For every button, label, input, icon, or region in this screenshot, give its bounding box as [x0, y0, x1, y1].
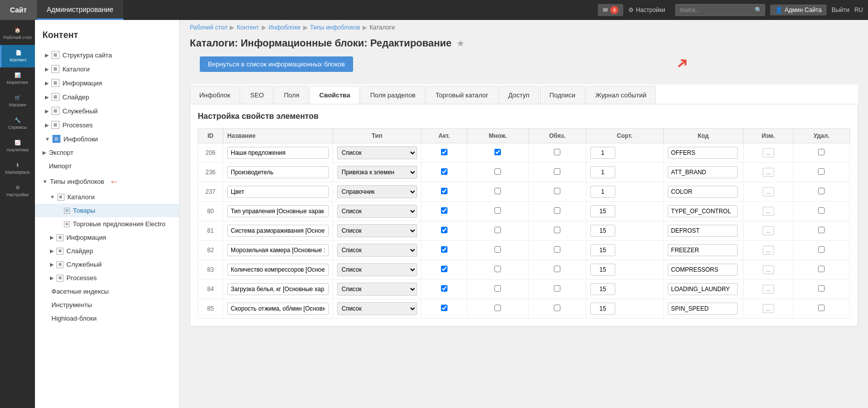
- cell-type[interactable]: Справочник: [333, 182, 422, 202]
- name-input[interactable]: [227, 205, 329, 217]
- edit-button[interactable]: ...: [763, 304, 774, 313]
- act-checkbox[interactable]: [441, 168, 447, 175]
- cell-sort[interactable]: [586, 280, 663, 299]
- cell-edit[interactable]: ...: [743, 260, 793, 280]
- act-checkbox[interactable]: [441, 246, 447, 253]
- tab-access[interactable]: Доступ: [499, 86, 539, 104]
- code-input[interactable]: [668, 147, 738, 159]
- act-checkbox[interactable]: [441, 227, 447, 233]
- nav-infoblock-types[interactable]: ▼ Типы инфоблоков ←: [35, 173, 179, 190]
- tab-properties[interactable]: Свойства: [310, 86, 360, 104]
- cell-code[interactable]: [663, 241, 743, 260]
- sidebar-item-services[interactable]: 🔧 Сервисы: [0, 112, 35, 135]
- cell-act[interactable]: [422, 182, 467, 202]
- cell-act[interactable]: [422, 280, 467, 299]
- nav-service-sub[interactable]: ▶ ⊞ Служебный: [35, 258, 179, 271]
- del-checkbox[interactable]: [818, 188, 825, 194]
- req-checkbox[interactable]: [554, 227, 560, 233]
- del-checkbox[interactable]: [818, 168, 825, 175]
- cell-sort[interactable]: [586, 143, 663, 163]
- cell-name[interactable]: [223, 163, 333, 182]
- req-checkbox[interactable]: [554, 285, 560, 292]
- code-input[interactable]: [668, 264, 738, 276]
- cell-name[interactable]: [223, 182, 333, 202]
- tab-infoblok[interactable]: Инфоблок: [190, 86, 240, 104]
- cell-act[interactable]: [422, 143, 467, 163]
- cell-req[interactable]: [528, 163, 586, 182]
- cell-req[interactable]: [528, 260, 586, 280]
- cell-code[interactable]: [663, 202, 743, 221]
- type-select[interactable]: Список: [337, 263, 417, 276]
- name-input[interactable]: [227, 283, 329, 295]
- del-checkbox[interactable]: [818, 266, 825, 272]
- cell-mult[interactable]: [467, 299, 528, 319]
- act-checkbox[interactable]: [441, 305, 447, 311]
- name-input[interactable]: [227, 186, 329, 198]
- cell-sort[interactable]: [586, 299, 663, 319]
- type-select[interactable]: Привязка к элемен: [337, 166, 417, 179]
- cell-act[interactable]: [422, 221, 467, 241]
- sort-input[interactable]: [590, 147, 615, 159]
- cell-del[interactable]: [793, 163, 850, 182]
- del-checkbox[interactable]: [818, 149, 825, 155]
- req-checkbox[interactable]: [554, 149, 560, 155]
- cell-act[interactable]: [422, 202, 467, 221]
- breadcrumb-infoblocks[interactable]: Инфоблоки: [269, 24, 301, 31]
- cell-edit[interactable]: ...: [743, 299, 793, 319]
- cell-type[interactable]: Список: [333, 143, 422, 163]
- sidebar-item-analytics[interactable]: 📈 Аналитика: [0, 135, 35, 157]
- tab-seo[interactable]: SEO: [241, 86, 273, 104]
- req-checkbox[interactable]: [554, 168, 560, 175]
- nav-highload[interactable]: ▶ Highload-блоки: [35, 312, 179, 325]
- edit-button[interactable]: ...: [763, 226, 774, 235]
- nav-goods[interactable]: ▶ ⊞ Товары: [35, 204, 179, 217]
- name-input[interactable]: [227, 147, 329, 159]
- mult-checkbox[interactable]: [494, 285, 501, 292]
- nav-service[interactable]: ▶ ⊞ Служебный: [35, 104, 179, 118]
- mult-checkbox[interactable]: [494, 188, 501, 194]
- cell-sort[interactable]: [586, 182, 663, 202]
- mult-checkbox[interactable]: [494, 207, 501, 214]
- cell-code[interactable]: [663, 280, 743, 299]
- cell-name[interactable]: [223, 143, 333, 163]
- sort-input[interactable]: [590, 303, 615, 315]
- del-checkbox[interactable]: [818, 285, 825, 292]
- logout-button[interactable]: Выйти: [832, 6, 850, 13]
- cell-req[interactable]: [528, 241, 586, 260]
- mult-checkbox[interactable]: [494, 305, 501, 311]
- mult-checkbox[interactable]: [494, 266, 501, 272]
- nav-catalogs-sub[interactable]: ▼ ⊞ Каталоги: [35, 190, 179, 204]
- edit-button[interactable]: ...: [763, 207, 774, 216]
- cell-del[interactable]: [793, 202, 850, 221]
- lang-selector[interactable]: RU: [855, 6, 863, 13]
- cell-del[interactable]: [793, 241, 850, 260]
- cell-sort[interactable]: [586, 260, 663, 280]
- mult-checkbox[interactable]: [494, 246, 501, 253]
- type-select[interactable]: Список: [337, 146, 417, 159]
- cell-req[interactable]: [528, 143, 586, 163]
- code-input[interactable]: [668, 244, 738, 256]
- breadcrumb-desktop[interactable]: Рабочий стол: [190, 24, 227, 31]
- code-input[interactable]: [668, 303, 738, 315]
- del-checkbox[interactable]: [818, 305, 825, 311]
- cell-type[interactable]: Список: [333, 280, 422, 299]
- req-checkbox[interactable]: [554, 246, 560, 253]
- cell-edit[interactable]: ...: [743, 202, 793, 221]
- back-button[interactable]: Вернуться в список информационных блоков: [200, 56, 353, 72]
- cell-code[interactable]: [663, 221, 743, 241]
- del-checkbox[interactable]: [818, 246, 825, 253]
- sort-input[interactable]: [590, 225, 615, 237]
- cell-name[interactable]: [223, 241, 333, 260]
- name-input[interactable]: [227, 244, 329, 256]
- cell-edit[interactable]: ...: [743, 221, 793, 241]
- cell-mult[interactable]: [467, 182, 528, 202]
- type-select[interactable]: Справочник: [337, 185, 417, 198]
- nav-processes-sub[interactable]: ▶ ⊞ Processes: [35, 271, 179, 285]
- cell-act[interactable]: [422, 260, 467, 280]
- cell-req[interactable]: [528, 202, 586, 221]
- sidebar-item-content[interactable]: 📄 Контент: [0, 45, 35, 67]
- name-input[interactable]: [227, 166, 329, 178]
- act-checkbox[interactable]: [441, 188, 447, 194]
- cell-del[interactable]: [793, 299, 850, 319]
- cell-req[interactable]: [528, 280, 586, 299]
